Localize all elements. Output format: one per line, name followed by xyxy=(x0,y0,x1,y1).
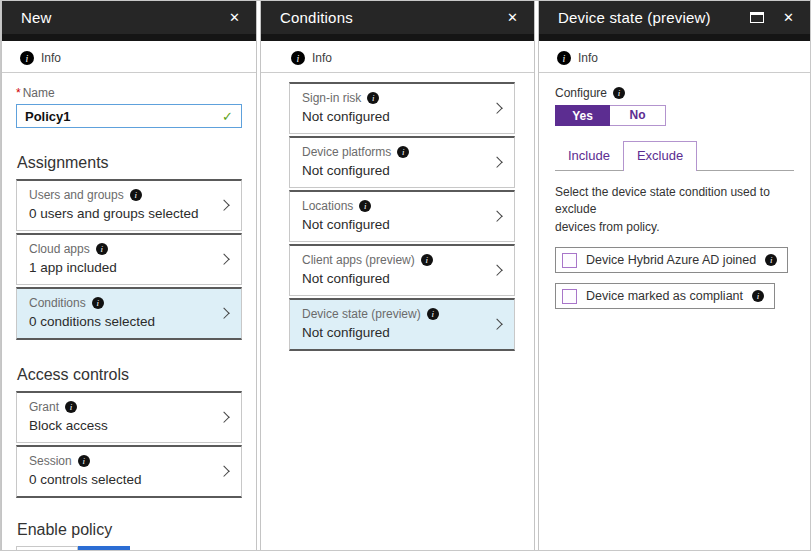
card-users-and-groups[interactable]: Users and groupsi 0 users and groups sel… xyxy=(16,179,242,231)
chevron-right-icon xyxy=(491,210,502,221)
exclude-description: Select the device state condition used t… xyxy=(555,184,805,236)
checkbox-row-hybrid-joined[interactable]: Device Hybrid Azure AD joined i xyxy=(555,247,788,273)
chevron-right-icon xyxy=(491,156,502,167)
close-icon[interactable]: ✕ xyxy=(504,8,521,27)
chevron-right-icon xyxy=(218,411,229,422)
name-field-label: *Name xyxy=(16,86,242,100)
info-icon[interactable]: i xyxy=(65,401,77,413)
card-label-text: Users and groups xyxy=(29,188,124,202)
info-row: i Info xyxy=(2,51,256,73)
card-sign-in-risk[interactable]: Sign-in riski Not configured xyxy=(289,82,515,134)
info-icon[interactable]: i xyxy=(752,290,764,302)
maximize-icon[interactable] xyxy=(750,12,764,23)
card-value-text: Not configured xyxy=(302,325,488,340)
card-locations[interactable]: Locationsi Not configured xyxy=(289,190,515,242)
toggle-yes-button[interactable]: Yes xyxy=(555,105,610,126)
info-icon[interactable]: i xyxy=(359,200,371,212)
include-exclude-tabs: Include Exclude xyxy=(555,141,794,171)
tab-include[interactable]: Include xyxy=(555,142,623,170)
chevron-right-icon xyxy=(491,318,502,329)
card-device-state[interactable]: Device state (preview)i Not configured xyxy=(289,298,515,351)
required-asterisk: * xyxy=(16,86,21,100)
name-input[interactable]: Policy1 ✓ xyxy=(16,104,242,128)
azure-portal-blades: New ✕ i Info *Name Policy1 ✓ Assignments… xyxy=(0,0,811,551)
card-device-platforms[interactable]: Device platformsi Not configured xyxy=(289,136,515,188)
chevron-right-icon xyxy=(491,102,502,113)
toggle-on-button[interactable]: On xyxy=(16,546,78,551)
blade-new: New ✕ i Info *Name Policy1 ✓ Assignments… xyxy=(1,1,257,550)
blade-device-state: Device state (preview) ✕ i Info Configur… xyxy=(538,1,810,550)
info-icon[interactable]: i xyxy=(367,92,379,104)
info-icon[interactable]: i xyxy=(92,297,104,309)
access-controls-group: Granti Block access Sessioni 0 controls … xyxy=(16,391,242,498)
configure-toggle: Yes No xyxy=(555,105,794,126)
name-label-text: Name xyxy=(23,86,55,100)
card-grant[interactable]: Granti Block access xyxy=(16,391,242,443)
configure-field: Configure i Yes No xyxy=(555,86,794,126)
chevron-right-icon xyxy=(218,465,229,476)
card-cloud-apps[interactable]: Cloud appsi 1 app included xyxy=(16,233,242,285)
blade-conditions-commandbar xyxy=(261,34,534,41)
name-field: *Name Policy1 ✓ xyxy=(16,86,242,128)
card-label-text: Locations xyxy=(302,199,353,213)
card-value-text: Not configured xyxy=(302,163,488,178)
toggle-off-button[interactable]: Off xyxy=(78,546,130,551)
info-icon[interactable]: i xyxy=(557,51,571,65)
card-label-text: Device state (preview) xyxy=(302,307,421,321)
info-label: Info xyxy=(312,51,332,65)
blade-new-header: New ✕ xyxy=(2,1,256,34)
card-value-text: 0 conditions selected xyxy=(29,314,215,329)
chevron-right-icon xyxy=(218,199,229,210)
close-icon[interactable]: ✕ xyxy=(226,8,243,27)
info-icon[interactable]: i xyxy=(78,455,90,467)
blade-conditions-header: Conditions ✕ xyxy=(261,1,534,34)
info-row: i Info xyxy=(261,51,534,73)
card-label-text: Grant xyxy=(29,400,59,414)
enable-policy-toggle: On Off xyxy=(16,546,242,551)
blade-conditions: Conditions ✕ i Info Sign-in riski Not co… xyxy=(260,1,535,550)
info-label: Info xyxy=(578,51,598,65)
blade-device-state-commandbar xyxy=(539,34,810,41)
device-state-checkboxes: Device Hybrid Azure AD joined i Device m… xyxy=(555,247,794,319)
info-icon[interactable]: i xyxy=(765,254,777,266)
enable-policy-heading: Enable policy xyxy=(17,521,242,539)
checkbox-label: Device Hybrid Azure AD joined xyxy=(586,253,756,267)
name-input-value: Policy1 xyxy=(25,109,71,124)
card-label-text: Cloud apps xyxy=(29,242,90,256)
blade-device-state-title: Device state (preview) xyxy=(558,9,750,26)
checkbox-icon[interactable] xyxy=(562,289,577,304)
card-value-text: Not configured xyxy=(302,271,488,286)
chevron-right-icon xyxy=(218,253,229,264)
card-value-text: 1 app included xyxy=(29,260,215,275)
checkbox-row-marked-compliant[interactable]: Device marked as compliant i xyxy=(555,283,775,309)
card-label-text: Session xyxy=(29,454,72,468)
info-row: i Info xyxy=(539,51,810,73)
checkbox-label: Device marked as compliant xyxy=(586,289,743,303)
info-icon[interactable]: i xyxy=(96,243,108,255)
card-conditions[interactable]: Conditionsi 0 conditions selected xyxy=(16,287,242,340)
info-icon[interactable]: i xyxy=(130,189,142,201)
checkbox-icon[interactable] xyxy=(562,253,577,268)
card-value-text: Not configured xyxy=(302,109,488,124)
blade-new-title: New xyxy=(21,9,226,26)
access-controls-heading: Access controls xyxy=(17,366,242,384)
card-label-text: Device platforms xyxy=(302,145,391,159)
assignments-group: Users and groupsi 0 users and groups sel… xyxy=(16,179,242,340)
chevron-right-icon xyxy=(491,264,502,275)
card-label-text: Sign-in risk xyxy=(302,91,361,105)
info-icon[interactable]: i xyxy=(421,254,433,266)
card-value-text: 0 users and groups selected xyxy=(29,206,215,221)
info-label: Info xyxy=(41,51,61,65)
close-icon[interactable]: ✕ xyxy=(780,8,797,27)
card-session[interactable]: Sessioni 0 controls selected xyxy=(16,445,242,498)
info-icon[interactable]: i xyxy=(613,87,625,99)
toggle-no-button[interactable]: No xyxy=(610,105,666,126)
info-icon[interactable]: i xyxy=(20,51,34,65)
card-value-text: Block access xyxy=(29,418,215,433)
tab-exclude[interactable]: Exclude xyxy=(623,141,697,171)
info-icon[interactable]: i xyxy=(291,51,305,65)
card-client-apps[interactable]: Client apps (preview)i Not configured xyxy=(289,244,515,296)
info-icon[interactable]: i xyxy=(427,308,439,320)
info-icon[interactable]: i xyxy=(397,146,409,158)
card-label-text: Client apps (preview) xyxy=(302,253,415,267)
